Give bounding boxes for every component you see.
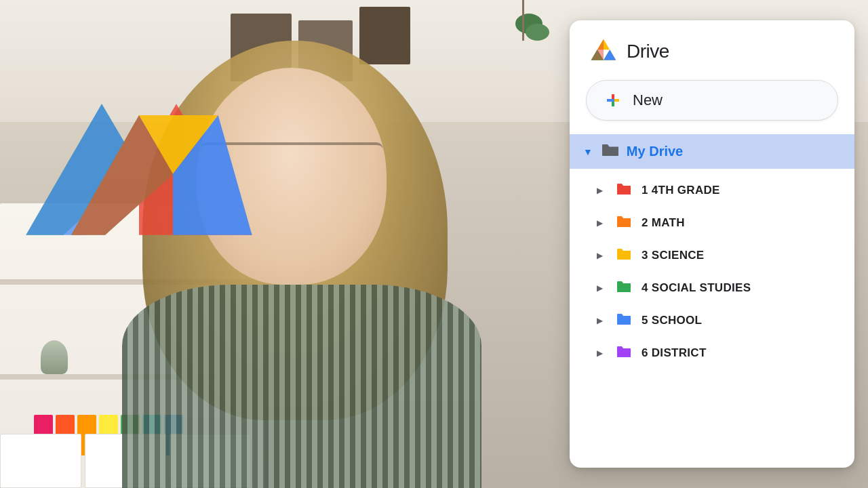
folder-item-2[interactable]: ▶ 2 MATH: [570, 207, 854, 239]
my-drive-item[interactable]: ▼ My Drive: [570, 134, 854, 169]
folder-item-6[interactable]: ▶ 6 DISTRICT: [570, 337, 854, 369]
storage-box-1: [0, 434, 81, 488]
shirt: [122, 285, 481, 488]
drive-title: Drive: [627, 41, 669, 62]
folder-list: ▶ 1 4TH GRADE ▶ 2 MATH ▶ 3 SCIENCE ▶: [570, 171, 854, 372]
svg-rect-24: [612, 94, 614, 99]
chevron-right-icon-5: ▶: [597, 316, 606, 325]
chevron-right-icon-2: ▶: [597, 218, 606, 228]
new-button[interactable]: New: [586, 80, 838, 121]
chevron-right-icon-4: ▶: [597, 283, 606, 293]
new-button-label: New: [633, 92, 663, 109]
google-drive-logo-large: [14, 54, 264, 258]
svg-rect-26: [612, 99, 614, 102]
plus-icon: [603, 90, 623, 110]
folder-icon-1: [614, 181, 633, 200]
drive-panel: Drive New ▼ My Drive: [570, 20, 854, 468]
folder-name-6: 6 DISTRICT: [642, 346, 707, 360]
folder-name-1: 1 4TH GRADE: [642, 184, 720, 197]
folder-item-1[interactable]: ▶ 1 4TH GRADE: [570, 174, 854, 207]
folder-name-4: 4 SOCIAL STUDIES: [642, 281, 751, 295]
my-drive-label: My Drive: [627, 144, 841, 159]
folder-name-5: 5 SCHOOL: [642, 314, 702, 327]
chevron-right-icon-3: ▶: [597, 251, 606, 260]
folder-name-2: 2 MATH: [642, 216, 685, 230]
folder-item-3[interactable]: ▶ 3 SCIENCE: [570, 239, 854, 272]
my-drive-folder-icon: [601, 141, 620, 162]
svg-rect-25: [612, 102, 614, 106]
svg-marker-16: [591, 39, 604, 60]
folder-icon-6: [614, 344, 633, 363]
folder-name-3: 3 SCIENCE: [642, 249, 704, 262]
folder-item-4[interactable]: ▶ 4 SOCIAL STUDIES: [570, 272, 854, 304]
svg-marker-15: [604, 49, 616, 60]
drive-logo-icon: [589, 37, 618, 66]
svg-rect-22: [607, 99, 612, 102]
vase: [41, 340, 68, 374]
folder-icon-5: [614, 311, 633, 330]
chevron-right-icon-6: ▶: [597, 348, 606, 358]
svg-rect-23: [614, 99, 619, 102]
folder-item-5[interactable]: ▶ 5 SCHOOL: [570, 304, 854, 337]
folder-icon-3: [614, 246, 633, 265]
folder-icon-4: [614, 279, 633, 298]
chevron-right-icon-1: ▶: [597, 186, 606, 195]
folder-icon-2: [614, 214, 633, 232]
drive-header: Drive: [570, 37, 854, 80]
chevron-down-icon: ▼: [583, 146, 593, 157]
